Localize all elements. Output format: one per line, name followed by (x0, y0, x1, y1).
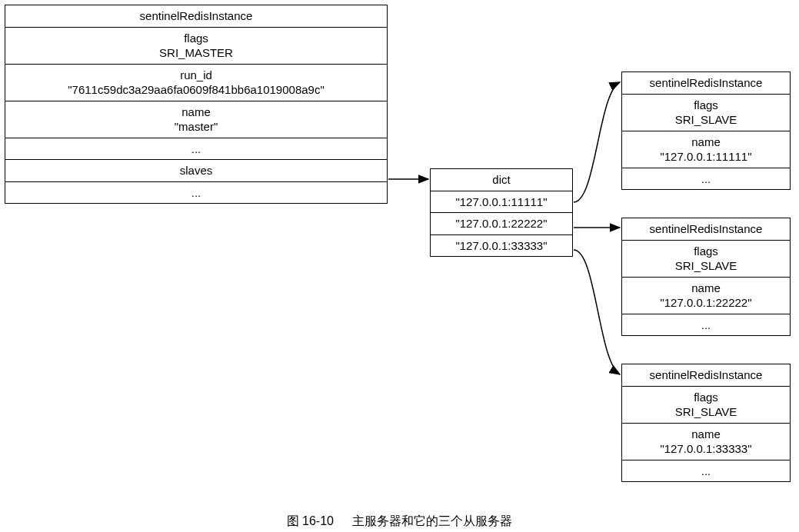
arrow-dict-to-slave0 (574, 82, 620, 202)
dict-k1: "127.0.0.1:22222" (431, 213, 572, 235)
dict-k0: "127.0.0.1:11111" (431, 191, 572, 214)
master-runid-label: run_id (12, 68, 381, 83)
slave0-name-label: name (628, 135, 784, 150)
figure-caption: 图 16-10 主服务器和它的三个从服务器 (0, 514, 799, 530)
master-name: name "master" (5, 101, 387, 138)
figure-caption-text: 主服务器和它的三个从服务器 (352, 514, 512, 527)
slave1-name: name "127.0.0.1:22222" (622, 278, 790, 314)
slave1-name-label: name (628, 281, 784, 296)
master-name-value: "master" (12, 119, 381, 135)
master-ellipsis2: ... (5, 182, 387, 204)
slave1-node: sentinelRedisInstance flags SRI_SLAVE na… (621, 218, 791, 336)
dict-node: dict "127.0.0.1:11111" "127.0.0.1:22222"… (430, 168, 573, 257)
slave0-flags: flags SRI_SLAVE (622, 95, 790, 131)
slave0-name-value: "127.0.0.1:11111" (628, 149, 784, 165)
slave2-node: sentinelRedisInstance flags SRI_SLAVE na… (621, 364, 791, 482)
slave1-flags-label: flags (628, 244, 784, 259)
master-ellipsis1: ... (5, 138, 387, 161)
slave2-name-value: "127.0.0.1:33333" (628, 441, 784, 457)
master-flags-label: flags (12, 31, 381, 46)
master-name-label: name (12, 105, 381, 120)
slave0-flags-value: SRI_SLAVE (628, 112, 784, 128)
slave0-ellipsis: ... (622, 168, 790, 190)
slave1-title: sentinelRedisInstance (622, 218, 790, 241)
slave2-ellipsis: ... (622, 461, 790, 482)
slave0-node: sentinelRedisInstance flags SRI_SLAVE na… (621, 71, 791, 190)
slave2-flags: flags SRI_SLAVE (622, 387, 790, 424)
slave2-title: sentinelRedisInstance (622, 364, 790, 387)
master-title: sentinelRedisInstance (5, 5, 387, 28)
arrow-dict-to-slave2 (574, 250, 620, 374)
slave1-name-value: "127.0.0.1:22222" (628, 295, 784, 311)
master-node: sentinelRedisInstance flags SRI_MASTER r… (5, 5, 388, 204)
slave0-title: sentinelRedisInstance (622, 72, 790, 95)
slave0-flags-label: flags (628, 98, 784, 113)
dict-title: dict (431, 169, 572, 191)
master-slaves: slaves (5, 160, 387, 182)
diagram-container: sentinelRedisInstance flags SRI_MASTER r… (0, 0, 799, 532)
slave2-flags-label: flags (628, 390, 784, 405)
slave0-name: name "127.0.0.1:11111" (622, 131, 790, 168)
master-runid-value: "7611c59dc3a29aa6fa0609f841bb6a1019008a9… (12, 82, 381, 98)
master-runid: run_id "7611c59dc3a29aa6fa0609f841bb6a10… (5, 65, 387, 101)
master-flags: flags SRI_MASTER (5, 28, 387, 65)
dict-k2: "127.0.0.1:33333" (431, 235, 572, 257)
slave1-ellipsis: ... (622, 314, 790, 336)
figure-number: 图 16-10 (287, 514, 334, 527)
slave2-flags-value: SRI_SLAVE (628, 404, 784, 420)
master-flags-value: SRI_MASTER (12, 45, 381, 61)
slave1-flags-value: SRI_SLAVE (628, 258, 784, 274)
slave2-name: name "127.0.0.1:33333" (622, 424, 790, 461)
slave2-name-label: name (628, 427, 784, 442)
slave1-flags: flags SRI_SLAVE (622, 241, 790, 278)
